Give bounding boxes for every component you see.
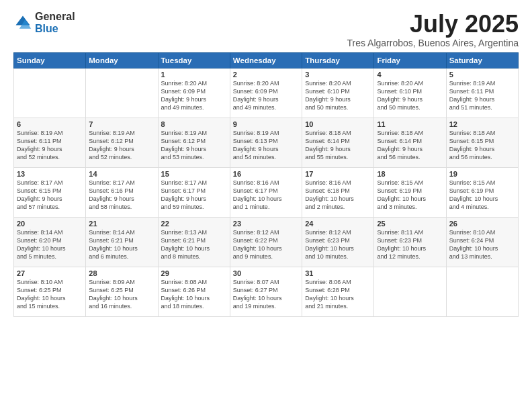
day-info: Sunrise: 8:19 AM Sunset: 6:12 PM Dayligh…: [89, 129, 154, 162]
day-number: 15: [161, 170, 227, 178]
week-row-5: 27Sunrise: 8:10 AM Sunset: 6:25 PM Dayli…: [14, 267, 519, 316]
day-cell: 8Sunrise: 8:19 AM Sunset: 6:12 PM Daylig…: [158, 118, 230, 167]
day-info: Sunrise: 8:11 AM Sunset: 6:23 PM Dayligh…: [377, 228, 443, 261]
day-info: Sunrise: 8:17 AM Sunset: 6:15 PM Dayligh…: [17, 179, 83, 212]
day-cell: [374, 267, 446, 316]
day-number: 13: [17, 170, 83, 178]
col-saturday: Saturday: [446, 52, 518, 68]
week-row-2: 6Sunrise: 8:19 AM Sunset: 6:11 PM Daylig…: [14, 118, 519, 167]
logo: General Blue: [13, 11, 75, 34]
day-cell: 21Sunrise: 8:14 AM Sunset: 6:21 PM Dayli…: [86, 217, 158, 267]
day-info: Sunrise: 8:16 AM Sunset: 6:17 PM Dayligh…: [233, 179, 299, 212]
day-info: Sunrise: 8:06 AM Sunset: 6:28 PM Dayligh…: [305, 278, 371, 311]
day-cell: 30Sunrise: 8:07 AM Sunset: 6:27 PM Dayli…: [230, 267, 302, 316]
day-number: 22: [161, 220, 227, 228]
day-number: 14: [89, 170, 154, 178]
day-number: 26: [449, 220, 515, 228]
day-number: 1: [161, 71, 227, 79]
day-cell: 16Sunrise: 8:16 AM Sunset: 6:17 PM Dayli…: [230, 167, 302, 217]
day-info: Sunrise: 8:19 AM Sunset: 6:12 PM Dayligh…: [161, 129, 227, 162]
day-number: 29: [161, 269, 227, 277]
day-number: 25: [377, 220, 443, 228]
title-block: July 2025 Tres Algarrobos, Buenos Aires,…: [347, 11, 519, 48]
day-cell: 10Sunrise: 8:18 AM Sunset: 6:14 PM Dayli…: [302, 118, 374, 167]
day-cell: 13Sunrise: 8:17 AM Sunset: 6:15 PM Dayli…: [14, 167, 86, 217]
logo-blue: Blue: [35, 23, 75, 35]
day-number: 30: [233, 269, 299, 277]
day-cell: 2Sunrise: 8:20 AM Sunset: 6:09 PM Daylig…: [230, 68, 302, 118]
day-info: Sunrise: 8:12 AM Sunset: 6:23 PM Dayligh…: [305, 228, 371, 261]
day-number: 6: [17, 120, 83, 128]
day-info: Sunrise: 8:18 AM Sunset: 6:14 PM Dayligh…: [305, 129, 371, 162]
day-number: 4: [377, 71, 443, 79]
day-cell: 12Sunrise: 8:18 AM Sunset: 6:15 PM Dayli…: [446, 118, 518, 167]
day-number: 17: [305, 170, 371, 178]
day-number: 24: [305, 220, 371, 228]
day-info: Sunrise: 8:09 AM Sunset: 6:25 PM Dayligh…: [89, 278, 154, 311]
day-number: 11: [377, 120, 443, 128]
calendar-subtitle: Tres Algarrobos, Buenos Aires, Argentina: [347, 38, 519, 48]
week-row-4: 20Sunrise: 8:14 AM Sunset: 6:20 PM Dayli…: [14, 217, 519, 267]
day-cell: 24Sunrise: 8:12 AM Sunset: 6:23 PM Dayli…: [302, 217, 374, 267]
day-info: Sunrise: 8:16 AM Sunset: 6:18 PM Dayligh…: [305, 179, 371, 212]
day-info: Sunrise: 8:14 AM Sunset: 6:21 PM Dayligh…: [89, 228, 154, 261]
day-info: Sunrise: 8:08 AM Sunset: 6:26 PM Dayligh…: [161, 278, 227, 311]
day-cell: 14Sunrise: 8:17 AM Sunset: 6:16 PM Dayli…: [86, 167, 158, 217]
day-info: Sunrise: 8:19 AM Sunset: 6:11 PM Dayligh…: [17, 129, 83, 162]
day-info: Sunrise: 8:19 AM Sunset: 6:11 PM Dayligh…: [449, 79, 515, 112]
day-cell: 26Sunrise: 8:10 AM Sunset: 6:24 PM Dayli…: [446, 217, 518, 267]
day-number: 28: [89, 269, 154, 277]
day-cell: 29Sunrise: 8:08 AM Sunset: 6:26 PM Dayli…: [158, 267, 230, 316]
day-cell: 11Sunrise: 8:18 AM Sunset: 6:14 PM Dayli…: [374, 118, 446, 167]
col-sunday: Sunday: [14, 52, 86, 68]
logo-text: General Blue: [35, 11, 75, 34]
day-cell: 28Sunrise: 8:09 AM Sunset: 6:25 PM Dayli…: [86, 267, 158, 316]
day-cell: 23Sunrise: 8:12 AM Sunset: 6:22 PM Dayli…: [230, 217, 302, 267]
day-info: Sunrise: 8:19 AM Sunset: 6:13 PM Dayligh…: [233, 129, 299, 162]
day-cell: 7Sunrise: 8:19 AM Sunset: 6:12 PM Daylig…: [86, 118, 158, 167]
day-cell: 5Sunrise: 8:19 AM Sunset: 6:11 PM Daylig…: [446, 68, 518, 118]
logo-icon: [13, 13, 32, 32]
page-container: General Blue July 2025 Tres Algarrobos, …: [0, 0, 532, 411]
day-info: Sunrise: 8:15 AM Sunset: 6:19 PM Dayligh…: [377, 179, 443, 212]
calendar-header-row: Sunday Monday Tuesday Wednesday Thursday…: [14, 52, 519, 68]
day-info: Sunrise: 8:10 AM Sunset: 6:25 PM Dayligh…: [17, 278, 83, 311]
day-number: 9: [233, 120, 299, 128]
day-cell: 25Sunrise: 8:11 AM Sunset: 6:23 PM Dayli…: [374, 217, 446, 267]
day-cell: 6Sunrise: 8:19 AM Sunset: 6:11 PM Daylig…: [14, 118, 86, 167]
day-number: 2: [233, 71, 299, 79]
day-number: 7: [89, 120, 154, 128]
day-cell: 31Sunrise: 8:06 AM Sunset: 6:28 PM Dayli…: [302, 267, 374, 316]
week-row-3: 13Sunrise: 8:17 AM Sunset: 6:15 PM Dayli…: [14, 167, 519, 217]
day-info: Sunrise: 8:20 AM Sunset: 6:09 PM Dayligh…: [233, 79, 299, 112]
day-info: Sunrise: 8:17 AM Sunset: 6:16 PM Dayligh…: [89, 179, 154, 212]
col-tuesday: Tuesday: [158, 52, 230, 68]
calendar-table: Sunday Monday Tuesday Wednesday Thursday…: [13, 52, 519, 317]
day-number: 21: [89, 220, 154, 228]
day-info: Sunrise: 8:10 AM Sunset: 6:24 PM Dayligh…: [449, 228, 515, 261]
header: General Blue July 2025 Tres Algarrobos, …: [13, 11, 519, 48]
col-monday: Monday: [86, 52, 158, 68]
day-cell: [14, 68, 86, 118]
day-cell: 27Sunrise: 8:10 AM Sunset: 6:25 PM Dayli…: [14, 267, 86, 316]
day-info: Sunrise: 8:13 AM Sunset: 6:21 PM Dayligh…: [161, 228, 227, 261]
day-cell: 19Sunrise: 8:15 AM Sunset: 6:19 PM Dayli…: [446, 167, 518, 217]
day-info: Sunrise: 8:20 AM Sunset: 6:10 PM Dayligh…: [305, 79, 371, 112]
day-cell: 20Sunrise: 8:14 AM Sunset: 6:20 PM Dayli…: [14, 217, 86, 267]
day-cell: [446, 267, 518, 316]
col-thursday: Thursday: [302, 52, 374, 68]
day-cell: 15Sunrise: 8:17 AM Sunset: 6:17 PM Dayli…: [158, 167, 230, 217]
day-number: 18: [377, 170, 443, 178]
day-cell: 18Sunrise: 8:15 AM Sunset: 6:19 PM Dayli…: [374, 167, 446, 217]
day-info: Sunrise: 8:20 AM Sunset: 6:10 PM Dayligh…: [377, 79, 443, 112]
day-number: 10: [305, 120, 371, 128]
col-friday: Friday: [374, 52, 446, 68]
day-number: 8: [161, 120, 227, 128]
day-info: Sunrise: 8:17 AM Sunset: 6:17 PM Dayligh…: [161, 179, 227, 212]
day-cell: 3Sunrise: 8:20 AM Sunset: 6:10 PM Daylig…: [302, 68, 374, 118]
day-info: Sunrise: 8:20 AM Sunset: 6:09 PM Dayligh…: [161, 79, 227, 112]
day-cell: 1Sunrise: 8:20 AM Sunset: 6:09 PM Daylig…: [158, 68, 230, 118]
day-info: Sunrise: 8:18 AM Sunset: 6:14 PM Dayligh…: [377, 129, 443, 162]
day-number: 16: [233, 170, 299, 178]
calendar-title: July 2025: [347, 11, 519, 38]
